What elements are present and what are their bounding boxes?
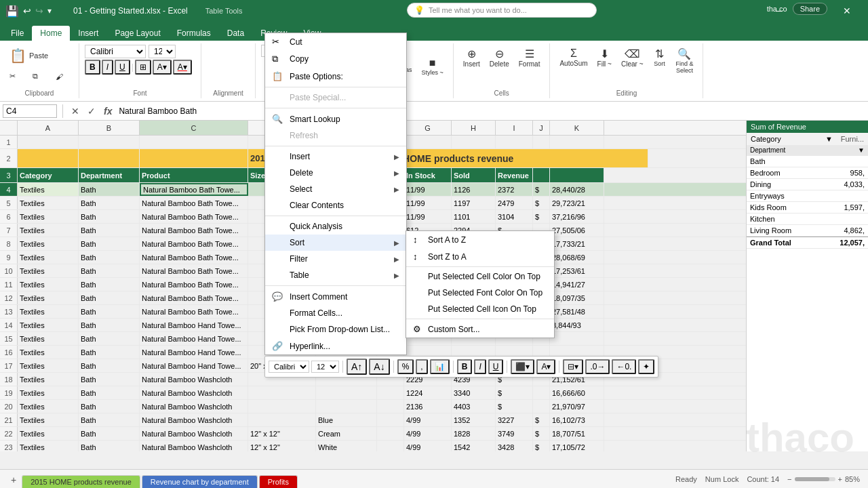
ctx-pick-dropdown[interactable]: Pick From Drop-down List... bbox=[265, 321, 406, 338]
cell-K1[interactable] bbox=[550, 136, 604, 148]
cell-C4[interactable]: Natural Bamboo Bath Towe... bbox=[140, 183, 248, 196]
share-button[interactable]: Share bbox=[793, 3, 827, 15]
cell-B1[interactable] bbox=[79, 136, 140, 148]
zoom-in-btn[interactable]: + bbox=[838, 475, 842, 483]
cell-B4[interactable]: Bath bbox=[79, 183, 140, 196]
undo-icon[interactable]: ↩ bbox=[23, 5, 31, 16]
clear-button[interactable]: ⌫ Clear ~ bbox=[617, 45, 648, 77]
cell-H4[interactable]: 1126 bbox=[452, 183, 496, 196]
cell-A1[interactable] bbox=[18, 136, 79, 148]
mini-increase-font[interactable]: A↑ bbox=[347, 359, 367, 375]
cell-H1[interactable] bbox=[452, 136, 496, 148]
fill-button[interactable]: ⬇ Fill ~ bbox=[593, 45, 616, 77]
mini-font-select[interactable]: Calibri bbox=[269, 361, 309, 373]
ctx-quick-analysis[interactable]: Quick Analysis bbox=[265, 218, 406, 235]
cell-C1[interactable] bbox=[140, 136, 248, 148]
cell-K3[interactable] bbox=[550, 168, 604, 182]
customize-icon[interactable]: ▾ bbox=[47, 6, 52, 16]
cell-H3[interactable]: Sold bbox=[452, 168, 496, 182]
fill-color-button[interactable]: A▾ bbox=[153, 60, 172, 75]
sort-za-item[interactable]: ↕ Sort Z to A bbox=[406, 248, 554, 265]
sheet-tab-home[interactable]: 2015 HOME products revenue bbox=[22, 475, 140, 488]
ctx-smart-lookup[interactable]: 🔍 Smart Lookup bbox=[265, 110, 406, 127]
format-cells-button[interactable]: ☰ Format bbox=[515, 45, 545, 70]
ctx-table[interactable]: Table ▶ bbox=[265, 267, 406, 283]
sheet-tab-profits[interactable]: Profits bbox=[259, 475, 298, 488]
cell-I4[interactable]: 2372 bbox=[496, 183, 533, 196]
tab-file[interactable]: File bbox=[3, 26, 32, 41]
name-box[interactable] bbox=[3, 104, 57, 118]
tell-me-bar[interactable]: 💡 Tell me what you want to do... bbox=[407, 3, 597, 18]
autosum-button[interactable]: Σ AutoSum bbox=[555, 45, 591, 77]
mini-fill-btn[interactable]: ⬛▾ bbox=[511, 359, 534, 374]
mini-bold-btn[interactable]: B bbox=[457, 359, 473, 374]
format-painter-button[interactable]: 🖌 bbox=[52, 69, 73, 83]
copy-button[interactable]: ⧉ bbox=[28, 69, 50, 83]
tab-home[interactable]: Home bbox=[32, 26, 70, 41]
function-button[interactable]: fx bbox=[101, 106, 115, 117]
ctx-hyperlink[interactable]: 🔗 Hyperlink... bbox=[265, 338, 406, 354]
mini-special-btn[interactable]: ✦ bbox=[638, 359, 654, 374]
ctx-select[interactable]: Select ▶ bbox=[265, 181, 406, 197]
col-header-H[interactable]: H bbox=[452, 121, 496, 135]
cell-A3[interactable]: Category bbox=[18, 168, 79, 182]
title-cell[interactable]: 2015 HOME products revenue bbox=[377, 149, 648, 167]
ctx-paste-special[interactable]: Paste Special... bbox=[265, 89, 406, 106]
col-header-I[interactable]: I bbox=[496, 121, 533, 135]
col-header-J[interactable]: J bbox=[533, 121, 550, 135]
zoom-out-btn[interactable]: − bbox=[787, 475, 791, 483]
tab-page-layout[interactable]: Page Layout bbox=[106, 26, 168, 41]
mini-decrease-dec[interactable]: ←0. bbox=[612, 359, 636, 374]
ctx-filter[interactable]: Filter ▶ bbox=[265, 251, 406, 267]
italic-button[interactable]: I bbox=[102, 60, 113, 75]
cell-J3[interactable] bbox=[533, 168, 550, 182]
mini-italic-btn[interactable]: I bbox=[474, 359, 486, 374]
cell-B2[interactable] bbox=[79, 149, 140, 167]
col-header-B[interactable]: B bbox=[79, 121, 140, 135]
cell-J1[interactable] bbox=[533, 136, 550, 148]
cell-styles-button[interactable]: ■ Styles ~ bbox=[418, 54, 448, 79]
delete-cells-button[interactable]: ⊖ Delete bbox=[486, 45, 513, 70]
sort-cell-color-item[interactable]: Put Selected Cell Color On Top bbox=[406, 268, 554, 285]
cut-button[interactable]: ✂ bbox=[5, 69, 27, 83]
mini-decrease-font[interactable]: A↓ bbox=[369, 359, 389, 375]
paste-button[interactable]: 📋 Paste bbox=[5, 45, 52, 66]
sort-icon-item[interactable]: Put Selected Cell Icon On Top bbox=[406, 301, 554, 317]
col-header-C[interactable]: C bbox=[140, 121, 248, 135]
font-size-select[interactable]: 12 bbox=[149, 45, 176, 58]
bold-button[interactable]: B bbox=[85, 60, 100, 75]
ctx-clear-contents[interactable]: Clear Contents bbox=[265, 197, 406, 214]
cell-I3[interactable]: Revenue bbox=[496, 168, 533, 182]
ctx-refresh[interactable]: Refresh bbox=[265, 127, 406, 144]
save-icon[interactable]: 💾 bbox=[5, 5, 19, 18]
ctx-paste-options[interactable]: 📋 Paste Options: bbox=[265, 68, 406, 85]
insert-cells-button[interactable]: ⊕ Insert bbox=[459, 45, 484, 70]
cell-C3[interactable]: Product bbox=[140, 168, 248, 182]
close-button[interactable]: ✕ bbox=[831, 0, 863, 22]
mini-underline-btn[interactable]: U bbox=[488, 359, 504, 374]
cell-G3[interactable]: In Stock bbox=[404, 168, 452, 182]
sort-filter-button[interactable]: ⇅ Sort bbox=[648, 45, 670, 77]
tab-data[interactable]: Data bbox=[219, 26, 252, 41]
custom-sort-item[interactable]: ⚙ Custom Sort... bbox=[406, 321, 554, 338]
col-header-K[interactable]: K bbox=[550, 121, 604, 135]
ctx-copy[interactable]: ⧉ Copy bbox=[265, 50, 406, 68]
mini-border-btn[interactable]: ⊟▾ bbox=[563, 359, 583, 374]
col-header-G[interactable]: G bbox=[404, 121, 452, 135]
enter-formula-button[interactable]: ✓ bbox=[85, 106, 98, 117]
pivot-filter-icon[interactable]: ▼ bbox=[825, 135, 833, 143]
zoom-slider[interactable] bbox=[795, 477, 835, 481]
cell-I1[interactable] bbox=[496, 136, 533, 148]
ctx-delete[interactable]: Delete ▶ bbox=[265, 165, 406, 181]
cell-B3[interactable]: Department bbox=[79, 168, 140, 182]
sort-az-item[interactable]: ↕ Sort A to Z bbox=[406, 231, 554, 248]
add-sheet-button[interactable]: + bbox=[5, 472, 22, 488]
mini-font-color-btn[interactable]: A▾ bbox=[536, 359, 555, 374]
cell-J4[interactable]: $ bbox=[533, 183, 550, 196]
formula-input[interactable] bbox=[117, 105, 865, 117]
cell-G1[interactable] bbox=[404, 136, 452, 148]
find-select-button[interactable]: 🔍 Find &Select bbox=[671, 45, 697, 77]
border-button[interactable]: ⊞ bbox=[135, 60, 151, 75]
font-name-select[interactable]: Calibri bbox=[85, 45, 146, 58]
ctx-insert-comment[interactable]: 💬 Insert Comment bbox=[265, 288, 406, 305]
